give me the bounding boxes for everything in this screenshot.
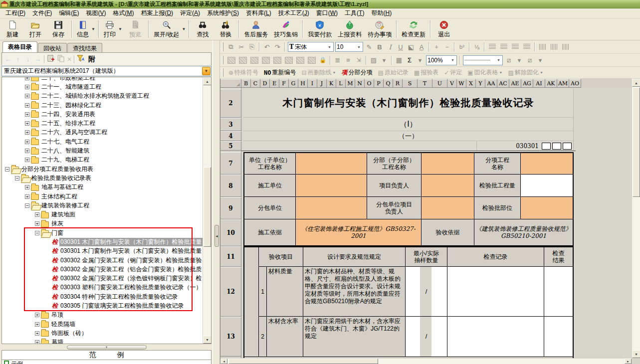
insert-row-icon[interactable]	[227, 57, 235, 64]
sheet-corner-cell[interactable]: ◢	[220, 79, 241, 88]
cell-batch-location-value[interactable]	[521, 197, 573, 219]
image-anchor-icon[interactable]: ▨	[369, 56, 378, 65]
cell-sample-value[interactable]: /	[406, 317, 447, 357]
code-box[interactable]	[542, 143, 551, 150]
column-header-D[interactable]: D	[260, 79, 270, 88]
paste-icon[interactable]: ⎘	[247, 42, 256, 51]
decrease-size-icon[interactable]: －	[442, 42, 451, 51]
row-spacing-icon[interactable]: ≣	[333, 56, 342, 65]
tree-item-22[interactable]: 检030302 金属门安装工程（涂色镀锌钢板门窗安装）检	[2, 274, 203, 283]
tree-item-2[interactable]: +二十二、城镇给水排水构筑物及管道工程	[2, 92, 203, 101]
menu-item-5[interactable]: 档案上报(D)	[137, 8, 177, 18]
catalog-combo-dropdown-icon[interactable]: ▼	[202, 67, 211, 75]
cell-spec-text[interactable]: 木门窗应采用烘干的木材，含水率应符合《建筑木门、木窗》JG/T122的规定	[303, 317, 406, 357]
expand-icon[interactable]: +	[25, 112, 29, 117]
merge-cells-icon[interactable]	[239, 57, 247, 64]
collapse-icon[interactable]: −	[15, 176, 19, 181]
column-header-H[interactable]: H	[298, 79, 308, 88]
column-header-B[interactable]: B	[241, 79, 251, 88]
menu-item-6[interactable]: 评定(A)	[177, 8, 204, 18]
column-header-P[interactable]: P	[374, 79, 384, 88]
toolbar-update-button[interactable]: 检查更新	[399, 19, 428, 39]
collapse-icon[interactable]: −	[35, 231, 39, 235]
toolbar-info-button[interactable]: 信息▼	[74, 19, 97, 39]
distribute-rows-icon[interactable]	[285, 57, 293, 64]
column-header-U[interactable]: U	[432, 79, 447, 88]
vertical-text-right-icon[interactable]	[562, 44, 569, 50]
cell-result-value[interactable]	[544, 317, 573, 357]
col-spacing-icon[interactable]: ≡	[344, 56, 353, 65]
nav-back-icon[interactable]: ←	[4, 55, 12, 63]
cell-unit-project-label[interactable]: 单位（子单位） 工程名称	[244, 153, 296, 175]
tree-item-17[interactable]: −门窗	[2, 228, 203, 237]
expand-icon[interactable]: +	[25, 185, 29, 189]
tree-item-24[interactable]: 检030304 特种门安装工程检验批质量验收记录	[2, 292, 203, 301]
code-box[interactable]	[552, 143, 561, 150]
column-header-G[interactable]: G	[289, 79, 298, 88]
fit-icon[interactable]: ⇲	[354, 56, 363, 65]
toolbar-expand-button[interactable]: 展开/收起▼	[151, 19, 187, 39]
expand-icon[interactable]: +	[35, 212, 39, 217]
nav-forward-icon[interactable]: →	[34, 55, 42, 63]
borders-icon[interactable]: ▦	[395, 56, 404, 65]
cell-construction-basis-label[interactable]: 施工依据	[244, 219, 296, 245]
add-form-icon[interactable]	[47, 54, 55, 64]
tree-scrollbar[interactable]: ▲ ▼	[203, 77, 211, 344]
column-header-AM[interactable]: AM	[557, 79, 569, 88]
tab-0[interactable]: 表格目录	[2, 41, 37, 52]
row-header-5[interactable]: 5	[220, 141, 241, 151]
collapse-example-button[interactable]: ▾	[67, 345, 147, 350]
cell-subcontractor-label[interactable]: 分包单位	[244, 197, 296, 219]
diagonal-border-icon[interactable]: ⧄	[504, 56, 513, 65]
anchor-dropdown-icon[interactable]: ▼	[380, 56, 389, 65]
expand-icon[interactable]: +	[25, 85, 29, 89]
filter-icon[interactable]	[77, 54, 85, 64]
column-header-Y[interactable]: Y	[476, 79, 485, 88]
column-header-O[interactable]: O	[365, 79, 374, 88]
sum-dropdown-icon[interactable]: ▼	[416, 56, 425, 65]
column-header-V[interactable]: V	[447, 79, 457, 88]
cell-record-value[interactable]	[447, 267, 544, 317]
catalog-combo[interactable]: 重庆建设工程档案编制系统2017（建筑版） ▼	[1, 66, 212, 76]
cell-item-name-label[interactable]: 分项工程 名称	[474, 153, 521, 175]
menu-item-1[interactable]: 文件(F)	[29, 8, 55, 18]
align-center-icon[interactable]	[512, 44, 519, 50]
column-header-J[interactable]: J	[317, 79, 327, 88]
column-header-AG[interactable]: AG	[521, 79, 533, 88]
tree-item-23[interactable]: 检030303 塑料门窗安装工程检验批质量验收记录（一）、	[2, 283, 203, 292]
tree-item-7[interactable]: +二十七、电气工程	[2, 137, 203, 146]
bold-icon[interactable]: B	[375, 42, 384, 51]
dropdown-arrow-icon[interactable]: ▼	[496, 58, 501, 62]
cell-batch-location-label[interactable]: 检验批部位	[474, 197, 521, 219]
expand-icon[interactable]: +	[25, 121, 29, 126]
delete-form-icon[interactable]: ✕	[67, 56, 72, 63]
diagonal2-dropdown-icon[interactable]: ▼	[536, 56, 545, 65]
expand-icon[interactable]: +	[25, 77, 29, 80]
expand-icon[interactable]: +	[25, 194, 29, 199]
tree-item-27[interactable]: +轻质隔墙	[2, 320, 203, 329]
tree-item-20[interactable]: 检030302 金属门安装工程（钢门窗安装）检验批质量验	[2, 256, 203, 265]
scroll-right-icon[interactable]: ►	[625, 359, 632, 364]
font-color-icon[interactable]: A̲	[417, 42, 426, 51]
scroll-left-icon[interactable]: ◄	[220, 359, 227, 364]
toolbar-print-button[interactable]: 打印▼	[101, 19, 124, 39]
scroll-up-icon[interactable]: ▲	[632, 79, 640, 87]
cell-row-number[interactable]: 1	[259, 267, 267, 317]
collapse-left-panel-button[interactable]: ◄	[214, 225, 219, 247]
align-right-icon[interactable]	[523, 44, 530, 50]
attachment-button[interactable]: 附	[87, 55, 97, 64]
cell-contractor-value[interactable]	[296, 175, 367, 197]
cell-item-name-value[interactable]	[521, 153, 573, 175]
vertical-text-left-icon[interactable]	[539, 44, 546, 50]
tree-item-21[interactable]: 检030302 金属门安装工程（铝合金门窗安装）检验批质	[2, 265, 203, 274]
menu-item-9[interactable]: 技术工艺(J)	[275, 8, 313, 18]
column-header-Q[interactable]: Q	[384, 79, 393, 88]
formbar-button-3[interactable]: 项分部分项	[340, 68, 375, 77]
align-left-icon[interactable]	[500, 44, 507, 50]
column-header-AE[interactable]: AE	[509, 79, 521, 88]
toolbar-grip[interactable]	[222, 68, 223, 76]
cell-batch-quantity-label[interactable]: 检验批工程量	[474, 175, 521, 197]
diagonal-dropdown-icon[interactable]: ▼	[515, 56, 524, 65]
vertical-text-center-icon[interactable]	[551, 44, 558, 50]
row-header-10[interactable]: 10	[220, 219, 241, 246]
